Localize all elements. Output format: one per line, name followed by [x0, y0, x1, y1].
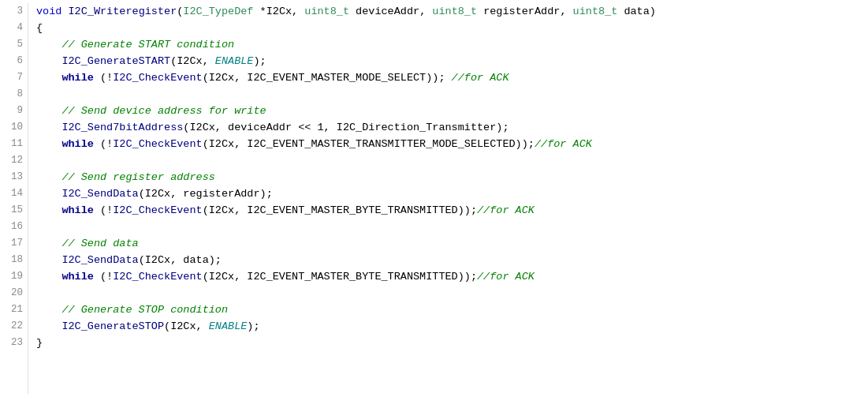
token-normal: [36, 122, 61, 133]
token-normal: [36, 188, 61, 200]
code-line: while (!I2C_CheckEvent(I2Cx, I2C_EVENT_M…: [36, 69, 868, 86]
line-number: 17: [3, 235, 23, 252]
token-kw-type: uint8_t: [432, 6, 477, 17]
token-normal: (!: [94, 204, 113, 216]
line-number: 11: [3, 136, 23, 152]
token-kw-while: while: [61, 204, 94, 216]
token-normal: (I2Cx, I2C_EVENT_MASTER_TRANSMITTER_MODE…: [203, 138, 535, 150]
token-normal: (!: [94, 271, 113, 283]
token-comment: // Send data: [61, 238, 138, 249]
token-normal: [36, 238, 61, 249]
token-normal: [36, 320, 61, 332]
token-kw-while: while: [61, 138, 94, 150]
token-kw-type: I2C_TypeDef: [183, 6, 253, 17]
line-number: 10: [3, 119, 23, 136]
token-normal: (!: [94, 138, 113, 150]
token-comment: // Generate START condition: [61, 39, 234, 51]
token-normal: [36, 72, 61, 84]
token-fn-call: I2C_GenerateSTOP: [61, 320, 164, 332]
code-line: // Send data: [36, 235, 868, 252]
token-normal: [36, 55, 61, 67]
code-line: [36, 219, 868, 235]
line-number: 12: [3, 152, 23, 169]
token-normal: (I2Cx, registerAddr);: [139, 188, 273, 200]
token-brace: {: [36, 22, 43, 34]
code-line: I2C_GenerateSTOP(I2Cx, ENABLE);: [36, 318, 868, 335]
token-normal: [36, 138, 61, 150]
line-number: 6: [3, 53, 23, 69]
code-line: [36, 86, 868, 103]
line-numbers: 34567891011121314151617181920212223: [0, 3, 28, 394]
token-brace: }: [36, 337, 43, 349]
token-normal: );: [253, 55, 266, 67]
token-normal: (I2Cx, I2C_EVENT_MASTER_BYTE_TRANSMITTED…: [203, 204, 477, 216]
code-line: void I2C_Writeregister(I2C_TypeDef *I2Cx…: [36, 3, 868, 20]
token-comment: // Generate STOP condition: [61, 304, 228, 316]
token-normal: *I2Cx,: [253, 6, 304, 17]
code-line: // Generate START condition: [36, 36, 868, 53]
token-comment: //for ACK: [477, 271, 535, 283]
token-fn-name: I2C_Writeregister: [69, 6, 177, 17]
token-italicize: ENABLE: [209, 320, 248, 332]
line-number: 7: [3, 69, 23, 86]
token-normal: [36, 304, 61, 316]
token-fn-call: I2C_Send7bitAddress: [61, 122, 183, 133]
code-line: I2C_SendData(I2Cx, data);: [36, 252, 868, 268]
token-normal: (!: [94, 72, 113, 84]
token-normal: (I2Cx, data);: [139, 254, 222, 266]
token-normal: (I2Cx, I2C_EVENT_MASTER_MODE_SELECT));: [203, 72, 452, 84]
code-content[interactable]: void I2C_Writeregister(I2C_TypeDef *I2Cx…: [28, 3, 868, 394]
code-line: // Send register address: [36, 169, 868, 185]
token-normal: [36, 204, 61, 216]
token-normal: [36, 39, 61, 51]
token-fn-call: I2C_CheckEvent: [113, 72, 202, 84]
token-normal: (I2Cx,: [164, 320, 209, 332]
token-comment: //for ACK: [477, 204, 535, 216]
line-number: 4: [3, 20, 23, 36]
token-normal: [36, 105, 61, 117]
token-normal: (I2Cx,: [170, 55, 215, 67]
code-line: [36, 152, 868, 169]
token-normal: );: [247, 320, 259, 332]
line-number: 20: [3, 285, 23, 301]
token-normal: data): [617, 6, 656, 17]
token-fn-call: I2C_CheckEvent: [113, 138, 202, 150]
code-line: }: [36, 335, 868, 351]
token-comment: //for ACK: [452, 72, 509, 84]
code-line: I2C_Send7bitAddress(I2Cx, deviceAddr << …: [36, 119, 868, 136]
token-fn-call: I2C_SendData: [61, 188, 138, 200]
line-number: 18: [3, 252, 23, 268]
token-comment: // Send register address: [61, 171, 214, 183]
token-italicize: ENABLE: [215, 55, 254, 67]
line-number: 5: [3, 36, 23, 53]
code-line: [36, 285, 868, 301]
code-editor: 34567891011121314151617181920212223 void…: [0, 0, 868, 397]
token-comment: //for ACK: [535, 138, 592, 150]
line-number: 3: [3, 3, 23, 20]
token-normal: deviceAddr,: [349, 6, 432, 17]
code-line: {: [36, 20, 868, 36]
line-number: 23: [3, 335, 23, 351]
token-normal: [36, 271, 61, 283]
line-number: 14: [3, 185, 23, 202]
line-number: 22: [3, 318, 23, 335]
token-fn-call: I2C_SendData: [61, 254, 138, 266]
token-normal: (I2Cx, deviceAddr << 1, I2C_Direction_Tr…: [183, 122, 509, 133]
code-line: // Send device address for write: [36, 103, 868, 119]
token-kw-while: while: [61, 271, 94, 283]
line-number: 9: [3, 103, 23, 119]
line-number: 15: [3, 202, 23, 219]
code-line: while (!I2C_CheckEvent(I2Cx, I2C_EVENT_M…: [36, 136, 868, 152]
token-fn-call: I2C_GenerateSTART: [61, 55, 170, 67]
token-kw-void: void: [36, 6, 69, 17]
token-kw-type: uint8_t: [304, 6, 349, 17]
code-line: I2C_GenerateSTART(I2Cx, ENABLE);: [36, 53, 868, 69]
token-normal: [36, 171, 61, 183]
line-number: 19: [3, 268, 23, 285]
token-kw-while: while: [61, 72, 94, 84]
code-line: while (!I2C_CheckEvent(I2Cx, I2C_EVENT_M…: [36, 202, 868, 219]
token-fn-call: I2C_CheckEvent: [113, 204, 202, 216]
code-line: I2C_SendData(I2Cx, registerAddr);: [36, 185, 868, 202]
line-number: 13: [3, 169, 23, 185]
code-line: while (!I2C_CheckEvent(I2Cx, I2C_EVENT_M…: [36, 268, 868, 285]
